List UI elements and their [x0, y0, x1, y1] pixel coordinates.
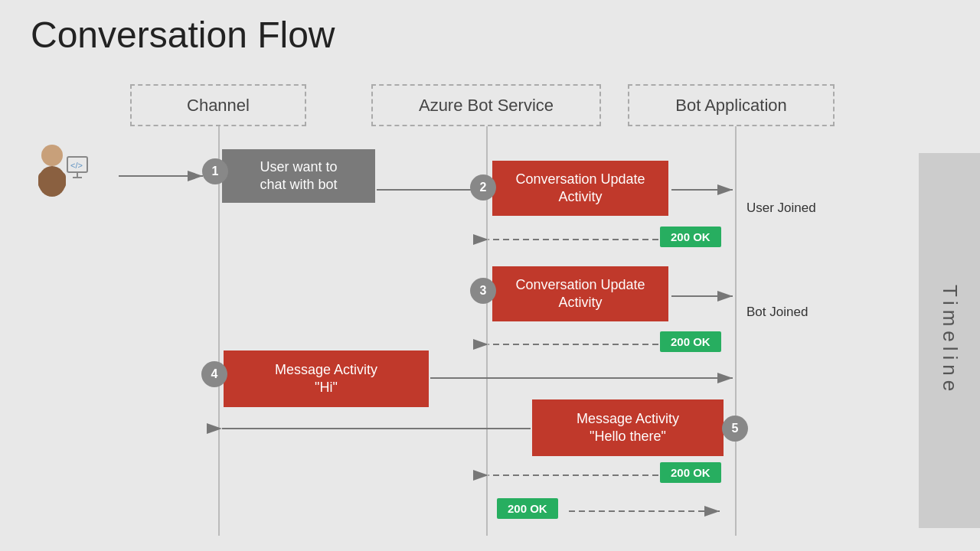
step-1-box: User want tochat with bot — [222, 149, 375, 203]
step-1-circle: 1 — [202, 158, 228, 184]
step-3-box: Conversation UpdateActivity — [492, 266, 668, 321]
step-2-circle: 2 — [470, 174, 496, 201]
timeline-label: Timeline — [938, 285, 962, 396]
ok-badge-5b: 200 OK — [497, 498, 558, 519]
vline-bot — [735, 126, 737, 536]
ok-badge-3: 200 OK — [660, 331, 721, 352]
user-joined-label: User Joined — [746, 201, 816, 216]
bot-joined-label: Bot Joined — [746, 305, 808, 320]
col-header-channel: Channel — [130, 84, 306, 126]
step-5-box: Message Activity"Hello there" — [532, 399, 724, 456]
ok-badge-2: 200 OK — [660, 227, 721, 247]
step-4-box: Message Activity"Hi" — [224, 350, 429, 407]
svg-text:</>: </> — [70, 161, 83, 170]
svg-rect-2 — [38, 172, 66, 189]
svg-point-0 — [41, 145, 63, 166]
step-5-circle: 5 — [722, 416, 748, 442]
col-header-bot: Bot Application — [628, 84, 835, 126]
vline-channel — [218, 126, 220, 536]
step-3-circle: 3 — [470, 278, 496, 304]
step-2-box: Conversation UpdateActivity — [492, 161, 668, 216]
timeline-sidebar: Timeline — [919, 153, 980, 528]
ok-badge-5a: 200 OK — [660, 462, 721, 483]
user-icon: </> — [23, 142, 92, 203]
arrows-diagram — [0, 0, 980, 551]
page-title: Conversation Flow — [31, 14, 335, 56]
col-header-azure: Azure Bot Service — [371, 84, 601, 126]
step-4-circle: 4 — [201, 361, 227, 387]
